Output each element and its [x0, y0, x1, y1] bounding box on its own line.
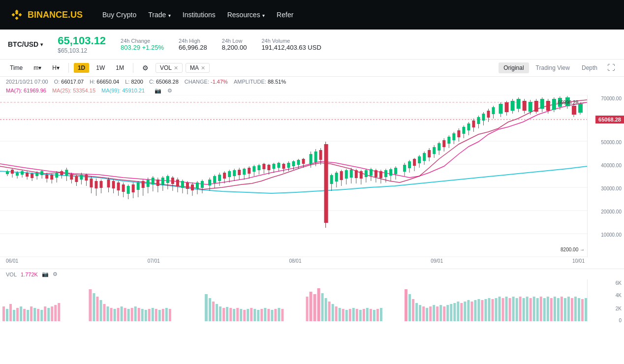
date-axis: 06/01 07/01 08/01 09/01 10/01 [0, 257, 624, 265]
svg-rect-183 [433, 147, 436, 154]
nav-item-trade[interactable]: Trade [148, 10, 171, 19]
svg-rect-270 [145, 310, 147, 321]
period-1m-btn[interactable]: 1M [112, 63, 128, 73]
vol-indicator-tag[interactable]: VOL ✕ [156, 63, 183, 73]
svg-rect-67 [137, 182, 140, 190]
nav-link-resources[interactable]: Resources [227, 11, 260, 19]
svg-rect-185 [437, 143, 440, 151]
svg-rect-370 [567, 297, 570, 321]
svg-rect-37 [60, 171, 63, 175]
price-usd: $65,103.12 [58, 47, 106, 54]
chart-toolbar: Time m▾ H▾ 1D 1W 1M ⚙ VOL ✕ MA ✕ Origina… [0, 60, 624, 77]
vol-remove-btn[interactable]: ✕ [174, 65, 178, 71]
period-1w-btn[interactable]: 1W [92, 63, 109, 73]
nav-item-buy-crypto[interactable]: Buy Crypto [102, 10, 136, 19]
svg-rect-258 [103, 304, 106, 321]
svg-rect-353 [509, 298, 511, 321]
ma-indicator-tag[interactable]: MA ✕ [186, 63, 210, 73]
stat-24h-change: 24h Change 803.29 +1.25% [121, 38, 164, 51]
camera-icon[interactable]: 📷 [155, 88, 161, 94]
svg-rect-361 [536, 298, 539, 321]
high-price-label: 66996.28 → [558, 100, 585, 105]
svg-rect-61 [122, 184, 125, 192]
svg-rect-131 [297, 160, 300, 165]
vol-camera-icon[interactable]: 📷 [42, 271, 49, 277]
fullscreen-btn[interactable]: ⛶ [604, 62, 618, 73]
svg-rect-307 [328, 302, 331, 321]
m-btn[interactable]: m▾ [30, 63, 45, 73]
svg-rect-340 [464, 302, 466, 321]
ma-remove-btn[interactable]: ✕ [201, 65, 205, 71]
svg-rect-315 [356, 309, 358, 321]
pair-dropdown-arrow: ▾ [40, 42, 43, 47]
svg-rect-336 [450, 304, 452, 321]
svg-rect-63 [127, 186, 130, 194]
svg-rect-238 [6, 309, 8, 321]
svg-rect-91 [196, 182, 199, 188]
svg-rect-298 [274, 309, 277, 321]
svg-rect-291 [250, 308, 252, 321]
svg-rect-330 [429, 306, 432, 321]
svg-rect-292 [253, 309, 256, 321]
original-view-btn[interactable]: Original [499, 62, 529, 73]
nav-item-refer[interactable]: Refer [277, 10, 293, 19]
svg-rect-263 [121, 306, 123, 321]
logo[interactable]: BINANCE.US [10, 8, 83, 22]
date-jul: 07/01 [148, 258, 160, 264]
time-btn[interactable]: Time [6, 63, 27, 73]
settings-icon2[interactable]: ⚙ [167, 88, 172, 94]
svg-rect-205 [487, 111, 490, 118]
svg-rect-241 [16, 308, 19, 321]
svg-rect-301 [306, 297, 309, 321]
chart-date: 2021/10/21 07:00 [6, 79, 48, 85]
svg-rect-217 [523, 101, 527, 111]
chart-amplitude-label: AMPLITUDE: 88.51% [234, 79, 286, 85]
settings-btn[interactable]: ⚙ [138, 62, 153, 73]
nav-link-institutions[interactable]: Institutions [183, 11, 216, 19]
svg-rect-373 [578, 298, 580, 321]
svg-rect-256 [96, 297, 98, 321]
svg-rect-335 [446, 305, 449, 321]
svg-rect-227 [552, 99, 556, 110]
svg-rect-23 [26, 173, 29, 177]
svg-rect-320 [373, 310, 375, 321]
period-1d-btn[interactable]: 1D [74, 63, 89, 73]
nav-link-trade[interactable]: Trade [148, 11, 166, 19]
svg-rect-308 [332, 304, 334, 321]
vol-settings-icon[interactable]: ⚙ [53, 271, 58, 277]
svg-rect-262 [117, 308, 120, 321]
svg-rect-93 [201, 181, 204, 188]
svg-rect-273 [155, 309, 157, 321]
nav-link-refer[interactable]: Refer [277, 11, 293, 19]
svg-rect-53 [100, 181, 103, 188]
h-btn[interactable]: H▾ [48, 63, 63, 73]
svg-rect-250 [47, 308, 50, 321]
svg-rect-240 [13, 310, 15, 321]
svg-marker-3 [15, 17, 19, 20]
svg-rect-244 [27, 310, 29, 321]
trading-pair[interactable]: BTC/USD ▾ [8, 40, 43, 48]
nav-item-resources[interactable]: Resources [227, 10, 265, 19]
svg-rect-243 [23, 309, 26, 321]
svg-rect-249 [44, 306, 46, 321]
svg-rect-265 [127, 309, 130, 321]
svg-rect-319 [370, 309, 372, 321]
vol-label: VOL [160, 64, 172, 71]
trading-view-btn[interactable]: Trading View [531, 62, 575, 73]
svg-rect-129 [292, 161, 295, 166]
svg-rect-360 [533, 297, 535, 321]
svg-rect-73 [152, 178, 155, 184]
svg-rect-346 [484, 299, 487, 321]
nav-menu: Buy Crypto Trade Institutions Resources … [102, 10, 293, 19]
nav-link-buy-crypto[interactable]: Buy Crypto [102, 11, 136, 19]
svg-rect-117 [262, 164, 265, 169]
svg-rect-17 [11, 170, 14, 174]
depth-view-btn[interactable]: Depth [577, 62, 602, 73]
svg-rect-323 [405, 289, 407, 321]
svg-rect-278 [205, 294, 208, 321]
vol-6k: 6K [616, 280, 622, 286]
svg-rect-149 [345, 170, 348, 179]
svg-rect-195 [462, 127, 465, 134]
svg-rect-237 [2, 306, 5, 321]
nav-item-institutions[interactable]: Institutions [183, 10, 216, 19]
